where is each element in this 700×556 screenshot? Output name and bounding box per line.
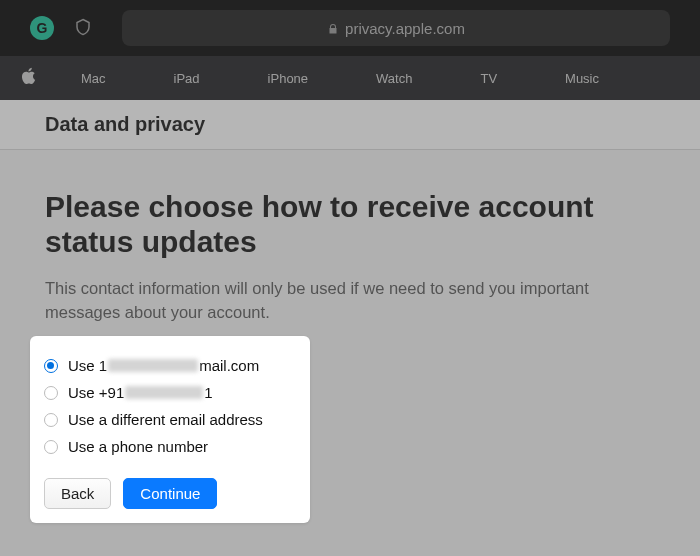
option-label: Use a phone number <box>68 438 208 455</box>
shield-icon[interactable] <box>74 18 92 38</box>
nav-item-iphone[interactable]: iPhone <box>268 71 308 86</box>
option-phone-number[interactable]: Use a phone number <box>44 433 296 460</box>
contact-options-card: Use 1mail.com Use +911 Use a different e… <box>30 336 310 523</box>
nav-item-ipad[interactable]: iPad <box>174 71 200 86</box>
main-content: Please choose how to receive account sta… <box>0 150 700 365</box>
redacted-text <box>108 359 198 372</box>
grammarly-icon[interactable] <box>30 16 54 40</box>
radio-icon <box>44 359 58 373</box>
local-nav: Data and privacy <box>0 100 700 150</box>
address-bar[interactable]: privacy.apple.com <box>122 10 670 46</box>
back-button[interactable]: Back <box>44 478 111 509</box>
nav-item-tv[interactable]: TV <box>480 71 497 86</box>
option-use-phone-existing[interactable]: Use +911 <box>44 379 296 406</box>
radio-icon <box>44 440 58 454</box>
apple-logo-icon[interactable] <box>20 67 36 90</box>
redacted-text <box>125 386 203 399</box>
nav-item-music[interactable]: Music <box>565 71 599 86</box>
browser-bar: privacy.apple.com <box>0 0 700 56</box>
option-label: Use +911 <box>68 384 213 401</box>
nav-item-watch[interactable]: Watch <box>376 71 412 86</box>
global-nav: Mac iPad iPhone Watch TV Music <box>0 56 700 100</box>
page-heading: Please choose how to receive account sta… <box>45 190 645 259</box>
option-use-email[interactable]: Use 1mail.com <box>44 352 296 379</box>
radio-icon <box>44 386 58 400</box>
option-label: Use 1mail.com <box>68 357 259 374</box>
radio-icon <box>44 413 58 427</box>
local-nav-title: Data and privacy <box>45 113 205 136</box>
continue-button[interactable]: Continue <box>123 478 217 509</box>
option-label: Use a different email address <box>68 411 263 428</box>
nav-item-mac[interactable]: Mac <box>81 71 106 86</box>
page-subtext: This contact information will only be us… <box>45 277 655 325</box>
url-text: privacy.apple.com <box>345 20 465 37</box>
lock-icon <box>327 21 339 35</box>
option-different-email[interactable]: Use a different email address <box>44 406 296 433</box>
